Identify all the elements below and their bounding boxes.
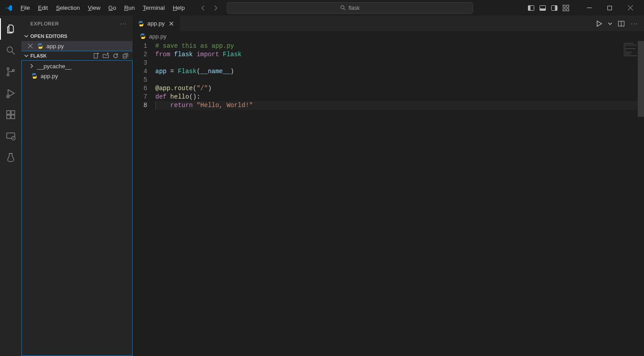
svg-rect-8 <box>563 5 565 7</box>
code-line[interactable]: # save this as app.py <box>155 42 644 50</box>
new-folder-icon[interactable] <box>102 52 109 59</box>
new-file-icon[interactable] <box>92 52 100 59</box>
close-icon[interactable] <box>167 20 175 28</box>
activity-source-control[interactable] <box>0 61 21 83</box>
toggle-panel-icon[interactable] <box>538 3 548 13</box>
svg-point-18 <box>7 68 9 70</box>
editor[interactable]: 12345678 # save this as app.pyfrom flask… <box>133 41 644 356</box>
menu-selection[interactable]: Selection <box>52 2 83 14</box>
activity-testing[interactable] <box>0 147 21 168</box>
code[interactable]: # save this as app.pyfrom flask import F… <box>155 41 644 356</box>
svg-rect-10 <box>563 8 565 11</box>
breadcrumb-file: app.py <box>149 33 166 40</box>
activity-remote[interactable] <box>0 125 21 147</box>
nav-back[interactable] <box>198 3 208 13</box>
chevron-down-icon[interactable] <box>607 19 613 29</box>
python-file-icon <box>37 42 44 50</box>
split-editor-icon[interactable] <box>616 19 626 29</box>
open-editors-header[interactable]: OPEN EDITORS <box>21 31 133 41</box>
search-icon <box>340 5 346 11</box>
svg-point-19 <box>7 74 9 76</box>
svg-rect-3 <box>528 5 531 10</box>
activity-run-debug[interactable] <box>0 83 21 104</box>
code-line[interactable]: from flask import Flask <box>155 50 644 59</box>
chevron-down-icon <box>23 34 29 38</box>
open-editor-name: app.py <box>46 43 64 50</box>
tabs-row: app.py ··· <box>133 16 644 31</box>
gutter: 12345678 <box>133 41 155 356</box>
code-line[interactable]: app = Flask(__name__) <box>155 67 644 76</box>
menu-edit[interactable]: Edit <box>34 2 51 14</box>
python-file-icon <box>139 33 146 40</box>
code-line[interactable]: @app.route("/") <box>155 84 644 93</box>
run-icon[interactable] <box>594 19 604 29</box>
window-minimize[interactable] <box>579 0 599 15</box>
activity-extensions[interactable] <box>0 104 21 125</box>
title-controls <box>526 0 640 15</box>
command-center-text: flask <box>349 5 360 11</box>
tab[interactable]: app.py <box>133 16 180 31</box>
code-line[interactable]: return "Hello, World!" <box>155 101 644 110</box>
open-editors-label: OPEN EDITORS <box>30 33 67 39</box>
svg-point-16 <box>7 47 12 52</box>
sidebar-title: EXPLORER <box>30 21 59 26</box>
line-number: 6 <box>133 84 147 93</box>
svg-rect-11 <box>567 8 569 11</box>
svg-rect-9 <box>567 5 569 7</box>
refresh-icon[interactable] <box>112 52 119 59</box>
svg-rect-24 <box>11 115 15 119</box>
code-line[interactable] <box>155 76 644 84</box>
menu-go[interactable]: Go <box>105 2 120 14</box>
sidebar-more-icon[interactable]: ··· <box>120 21 127 26</box>
chevron-right-icon <box>29 64 34 68</box>
code-line[interactable]: def hello(): <box>155 93 644 101</box>
collapse-all-icon[interactable] <box>122 52 129 59</box>
svg-line-1 <box>344 8 345 10</box>
minimap[interactable] <box>623 43 638 61</box>
breadcrumb[interactable]: app.py <box>133 31 644 41</box>
line-number: 5 <box>133 76 147 84</box>
vscode-icon <box>5 4 12 12</box>
toggle-primary-sidebar-icon[interactable] <box>526 3 536 13</box>
close-icon[interactable] <box>27 42 34 50</box>
tab-label: app.py <box>147 20 165 27</box>
activity-bar <box>0 16 21 356</box>
open-editor-item[interactable]: app.py <box>21 41 133 51</box>
file-tree: __pycache__ app.py <box>21 61 133 356</box>
svg-rect-7 <box>555 5 557 10</box>
menu-help[interactable]: Help <box>169 2 188 14</box>
menu-view[interactable]: View <box>84 2 104 14</box>
svg-rect-22 <box>7 111 10 114</box>
window-maximize[interactable] <box>599 0 620 15</box>
toggle-secondary-sidebar-icon[interactable] <box>549 3 559 13</box>
titlebar: File Edit Selection View Go Run Terminal… <box>0 0 644 16</box>
command-center[interactable]: flask <box>227 2 473 14</box>
menu-terminal[interactable]: Terminal <box>139 2 168 14</box>
window-close[interactable] <box>620 0 640 15</box>
menu-file[interactable]: File <box>17 2 33 14</box>
line-number: 8 <box>133 101 147 110</box>
menu-run[interactable]: Run <box>120 2 138 14</box>
tree-folder[interactable]: __pycache__ <box>22 61 132 71</box>
activity-explorer[interactable] <box>0 18 21 40</box>
tree-file-name: app.py <box>41 73 58 79</box>
line-number: 1 <box>133 42 147 50</box>
more-icon[interactable]: ··· <box>630 19 640 29</box>
tree-file[interactable]: app.py <box>22 71 132 81</box>
python-file-icon <box>137 20 145 27</box>
scrollbar-vertical[interactable] <box>638 41 644 356</box>
project-label: FLASK <box>30 53 47 58</box>
nav-forward[interactable] <box>211 3 220 13</box>
svg-rect-5 <box>540 8 546 11</box>
customize-layout-icon[interactable] <box>561 3 571 13</box>
line-number: 7 <box>133 93 147 101</box>
svg-point-0 <box>341 6 344 9</box>
nav-arrows <box>198 3 220 13</box>
activity-search[interactable] <box>0 40 21 61</box>
line-number: 3 <box>133 59 147 67</box>
tree-folder-name: __pycache__ <box>37 63 71 70</box>
project-header[interactable]: FLASK <box>21 51 133 61</box>
svg-rect-13 <box>608 6 612 10</box>
code-line[interactable] <box>155 59 644 67</box>
menu: File Edit Selection View Go Run Terminal… <box>17 2 188 14</box>
